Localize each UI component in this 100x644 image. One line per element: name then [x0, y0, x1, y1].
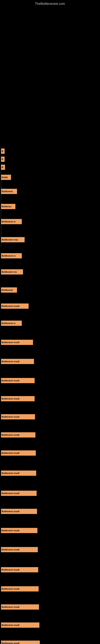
bar-row-3: Bottle — [1, 175, 11, 180]
bar-row-18: Bottleneck result — [1, 432, 35, 438]
bar-row-8: Bottleneck re — [1, 253, 22, 258]
bar-label-12: Bottleneck re — [1, 322, 16, 324]
bar-row-25: Bottleneck result — [1, 567, 38, 572]
bar-row-23: Bottleneck result — [1, 528, 37, 533]
bar-label-17: Bottleneck result — [1, 416, 19, 418]
bar-label-16: Bottleneck result — [1, 398, 19, 400]
bar-label-24: Bottleneck result — [1, 548, 19, 551]
bar-label-29: Bottleneck result — [1, 642, 19, 644]
bar-row-14: Bottleneck result — [1, 359, 34, 364]
bar-row-10: Bottleneck — [1, 288, 17, 292]
bar-row-5: Bottlenec — [1, 204, 15, 209]
bar-row-7: Bottleneck resu — [1, 237, 25, 242]
bar-label-2: B — [1, 166, 3, 168]
bar-label-6: Bottleneck re — [1, 220, 16, 223]
bar-label-18: Bottleneck result — [1, 434, 19, 436]
bar-label-22: Bottleneck result — [1, 510, 19, 512]
bar-row-20: Bottleneck result — [1, 470, 36, 476]
bar-row-27: Bottleneck result — [1, 604, 39, 610]
bar-row-15: Bottleneck result — [1, 378, 35, 383]
bar-row-29: Bottleneck result — [1, 640, 40, 644]
bar-label-4: Bottleneck — [1, 190, 13, 192]
bar-label-11: Bottleneck result — [1, 305, 19, 307]
bar-label-20: Bottleneck result — [1, 472, 19, 474]
bar-label-21: Bottleneck result — [1, 492, 19, 494]
bar-row-13: Bottleneck result — [1, 340, 33, 345]
bar-label-28: Bottleneck result — [1, 624, 19, 626]
bar-row-17: Bottleneck result — [1, 414, 35, 420]
bar-row-6: Bottleneck re — [1, 219, 22, 224]
bar-label-1: B — [1, 158, 3, 160]
bar-label-23: Bottleneck result — [1, 529, 19, 532]
bar-row-1: B — [1, 156, 4, 162]
site-title-container: TheBottlenecker.com — [0, 0, 100, 8]
bar-label-0: B — [1, 150, 3, 152]
bar-row-22: Bottleneck result — [1, 509, 37, 514]
bar-row-24: Bottleneck result — [1, 547, 38, 552]
bar-row-12: Bottleneck re — [1, 320, 22, 326]
bar-row-0: B — [1, 148, 4, 154]
bar-label-25: Bottleneck result — [1, 568, 19, 571]
bar-label-7: Bottleneck resu — [1, 238, 18, 241]
bar-label-13: Bottleneck result — [1, 341, 19, 344]
bar-label-14: Bottleneck result — [1, 360, 19, 363]
bar-label-27: Bottleneck result — [1, 606, 19, 608]
site-title: TheBottlenecker.com — [0, 0, 100, 8]
bar-label-9: Bottleneck res — [1, 271, 17, 273]
bar-label-15: Bottleneck result — [1, 379, 19, 382]
bar-label-8: Bottleneck re — [1, 254, 16, 257]
bar-label-19: Bottleneck result — [1, 452, 19, 454]
bar-row-16: Bottleneck result — [1, 396, 35, 401]
bar-row-19: Bottleneck result — [1, 450, 36, 456]
bar-row-11: Bottleneck result — [1, 304, 29, 309]
bar-row-9: Bottleneck res — [1, 269, 23, 274]
bar-label-10: Bottleneck — [1, 289, 13, 291]
bar-label-5: Bottlenec — [1, 205, 12, 208]
bar-row-26: Bottleneck result — [1, 586, 39, 592]
bar-row-4: Bottleneck — [1, 189, 17, 194]
bar-row-21: Bottleneck result — [1, 491, 37, 496]
bar-row-28: Bottleneck result — [1, 622, 39, 628]
bar-row-2: B — [1, 164, 5, 170]
chart-background: BBBBottleBottleneckBottlenecBottleneck r… — [0, 8, 100, 644]
bar-label-26: Bottleneck result — [1, 588, 19, 590]
bar-label-3: Bottle — [1, 176, 8, 178]
